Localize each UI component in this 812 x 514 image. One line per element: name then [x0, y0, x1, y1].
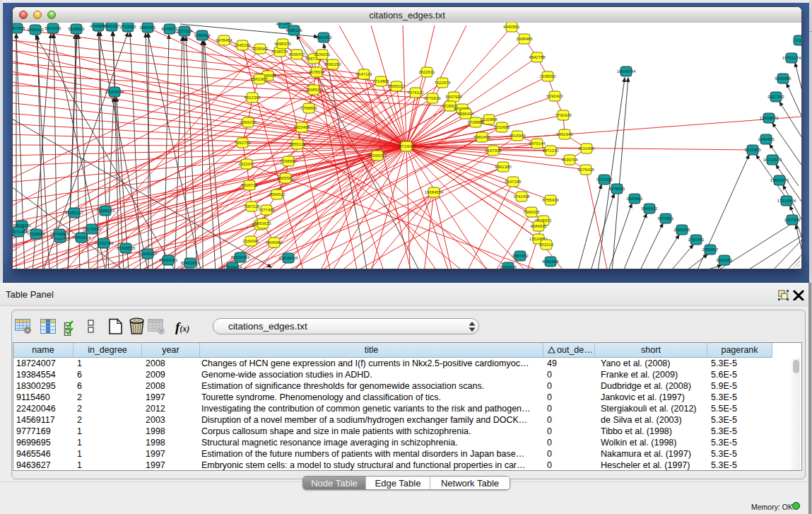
svg-text:2338687: 2338687	[280, 159, 297, 163]
svg-text:15751074: 15751074	[782, 56, 801, 60]
svg-text:1938483: 1938483	[516, 37, 533, 41]
svg-text:7374122: 7374122	[407, 90, 424, 95]
svg-text:3684052: 3684052	[512, 254, 529, 258]
svg-text:8755439: 8755439	[542, 198, 559, 202]
svg-text:2714803: 2714803	[372, 79, 389, 83]
svg-text:4335942: 4335942	[252, 47, 269, 51]
svg-text:5479144: 5479144	[529, 141, 546, 146]
svg-text:6647119: 6647119	[356, 72, 373, 76]
svg-text:1538552: 1538552	[539, 74, 556, 78]
svg-text:17016504: 17016504	[777, 199, 796, 203]
svg-text:9329996: 9329996	[775, 76, 792, 81]
svg-text:4679591: 4679591	[608, 187, 625, 191]
svg-text:5108603: 5108603	[68, 27, 85, 31]
svg-text:5614226: 5614226	[45, 26, 61, 30]
svg-text:43101783: 43101783	[95, 241, 114, 245]
svg-text:67503414: 67503414	[223, 265, 242, 269]
svg-text:7210606: 7210606	[493, 125, 510, 129]
svg-text:2839607: 2839607	[702, 247, 719, 252]
svg-text:88461803: 88461803	[181, 261, 200, 265]
svg-text:9478454: 9478454	[216, 38, 233, 42]
svg-text:8606962: 8606962	[266, 240, 283, 245]
svg-text:6440561: 6440561	[503, 25, 520, 29]
svg-text:3341057: 3341057	[103, 24, 120, 28]
svg-text:1244415: 1244415	[758, 137, 775, 141]
svg-text:7350753: 7350753	[234, 141, 251, 145]
svg-text:71586053: 71586053	[96, 209, 115, 213]
svg-text:6279418: 6279418	[577, 168, 594, 172]
svg-text:1419610: 1419610	[27, 28, 44, 32]
svg-text:1768805: 1768805	[300, 106, 317, 110]
svg-text:5491946: 5491946	[556, 132, 573, 136]
svg-text:16210643: 16210643	[763, 158, 782, 162]
svg-text:2525206: 2525206	[673, 228, 690, 232]
svg-text:4668136: 4668136	[286, 28, 302, 33]
svg-text:45551614: 45551614	[72, 235, 91, 240]
svg-text:4539704: 4539704	[561, 158, 578, 162]
svg-text:7730428: 7730428	[555, 113, 572, 117]
svg-text:3320821: 3320821	[626, 197, 643, 201]
svg-text:5663623: 5663623	[254, 221, 271, 226]
svg-text:2322047: 2322047	[238, 162, 255, 166]
svg-text:3215955: 3215955	[744, 148, 761, 152]
svg-text:63606628: 63606628	[279, 256, 298, 260]
svg-text:5107245: 5107245	[505, 180, 522, 184]
svg-text:1533224: 1533224	[176, 29, 193, 33]
svg-text:4612365: 4612365	[244, 95, 261, 100]
svg-text:3871230: 3871230	[542, 148, 559, 153]
svg-text:6770619: 6770619	[424, 96, 441, 100]
svg-text:252214: 252214	[539, 243, 554, 247]
svg-text:7377459: 7377459	[258, 208, 275, 212]
svg-text:2571945: 2571945	[276, 23, 293, 25]
svg-text:2197935: 2197935	[485, 148, 502, 153]
svg-text:20053346: 20053346	[105, 90, 124, 94]
svg-text:1109031: 1109031	[314, 52, 331, 57]
svg-text:2166941: 2166941	[242, 239, 259, 243]
svg-text:19384554: 19384554	[425, 190, 444, 194]
svg-text:1117: 1117	[795, 38, 801, 42]
svg-text:45264581: 45264581	[159, 258, 178, 262]
svg-text:6960453: 6960453	[473, 135, 490, 139]
svg-text:85345555: 85345555	[117, 246, 136, 250]
svg-text:3094235: 3094235	[240, 120, 257, 124]
svg-text:2458591: 2458591	[139, 25, 156, 30]
svg-text:4823498: 4823498	[293, 125, 310, 129]
svg-text:15692971: 15692971	[770, 178, 789, 182]
svg-text:29175900: 29175900	[83, 227, 102, 231]
svg-text:2719583: 2719583	[119, 25, 136, 29]
svg-text:3564251: 3564251	[716, 258, 733, 262]
svg-text:4514944: 4514944	[509, 134, 526, 138]
svg-text:8082668: 8082668	[542, 259, 559, 264]
svg-text:8090293: 8090293	[324, 62, 341, 66]
svg-text:7073292: 7073292	[596, 177, 613, 182]
svg-text:16648784: 16648784	[617, 69, 636, 74]
svg-text:3678638: 3678638	[308, 70, 325, 74]
svg-text:9961380: 9961380	[495, 165, 512, 169]
svg-text:9279821: 9279821	[657, 216, 674, 221]
svg-text:4903402: 4903402	[315, 35, 332, 40]
svg-text:1790481: 1790481	[688, 238, 705, 242]
svg-text:2065818: 2065818	[500, 265, 517, 269]
svg-text:2622631: 2622631	[418, 70, 435, 74]
svg-text:8038374: 8038374	[271, 49, 288, 54]
svg-text:12093873: 12093873	[760, 116, 779, 120]
svg-text:2694522: 2694522	[269, 192, 286, 197]
svg-text:77005685: 77005685	[27, 232, 46, 236]
svg-text:5437923: 5437923	[445, 95, 462, 99]
svg-text:82340307: 82340307	[139, 252, 158, 256]
svg-text:96282117: 96282117	[65, 211, 84, 215]
svg-text:7022674: 7022674	[434, 81, 451, 85]
svg-text:4684531: 4684531	[530, 224, 547, 228]
svg-text:7366205: 7366205	[523, 210, 540, 214]
svg-text:2556017: 2556017	[388, 84, 405, 88]
svg-text:9227343: 9227343	[767, 95, 784, 99]
svg-text:25300203: 25300203	[368, 153, 387, 158]
svg-text:88320463: 88320463	[231, 255, 250, 259]
svg-text:2867825: 2867825	[13, 26, 25, 30]
svg-text:8536477: 8536477	[288, 52, 305, 57]
svg-text:5918715: 5918715	[241, 183, 258, 187]
svg-text:5661907: 5661907	[251, 77, 268, 81]
svg-text:1445199: 1445199	[234, 43, 251, 47]
svg-text:18724007: 18724007	[397, 144, 416, 148]
svg-text:1167539: 1167539	[784, 218, 801, 222]
